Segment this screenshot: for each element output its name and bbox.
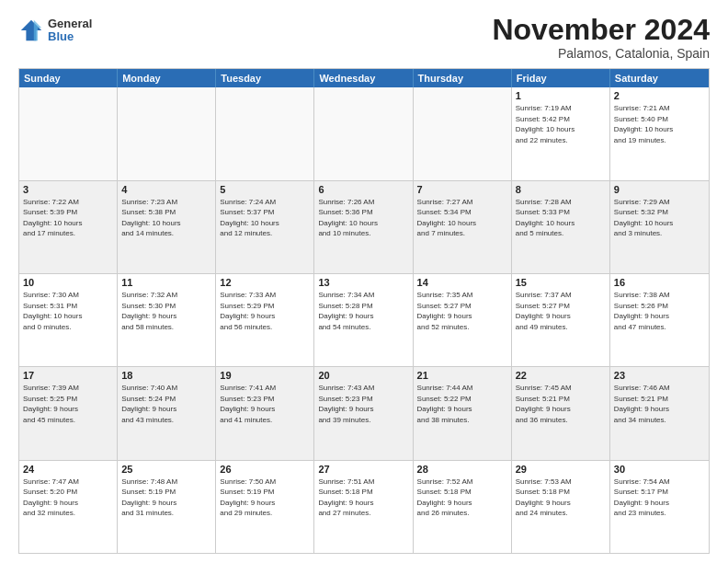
calendar-cell-15: 15Sunrise: 7:37 AM Sunset: 5:27 PM Dayli… <box>512 274 610 366</box>
header-cell-sunday: Sunday <box>19 69 118 87</box>
day-info: Sunrise: 7:47 AM Sunset: 5:20 PM Dayligh… <box>23 477 113 519</box>
day-info: Sunrise: 7:28 AM Sunset: 5:33 PM Dayligh… <box>516 197 606 239</box>
day-info: Sunrise: 7:29 AM Sunset: 5:32 PM Dayligh… <box>614 197 705 239</box>
calendar-cell-22: 22Sunrise: 7:45 AM Sunset: 5:21 PM Dayli… <box>512 367 610 459</box>
day-info: Sunrise: 7:37 AM Sunset: 5:27 PM Dayligh… <box>516 290 606 332</box>
day-info: Sunrise: 7:21 AM Sunset: 5:40 PM Dayligh… <box>614 103 705 145</box>
calendar-cell-23: 23Sunrise: 7:46 AM Sunset: 5:21 PM Dayli… <box>610 367 709 459</box>
title-month: November 2024 <box>492 14 710 46</box>
title-block: November 2024 Palamos, Catalonia, Spain <box>492 14 710 61</box>
day-info: Sunrise: 7:43 AM Sunset: 5:23 PM Dayligh… <box>318 383 408 425</box>
calendar-cell-14: 14Sunrise: 7:35 AM Sunset: 5:27 PM Dayli… <box>414 274 512 366</box>
day-info: Sunrise: 7:52 AM Sunset: 5:18 PM Dayligh… <box>417 477 507 519</box>
calendar-row-1: 3Sunrise: 7:22 AM Sunset: 5:39 PM Daylig… <box>19 180 709 273</box>
svg-marker-0 <box>21 20 41 40</box>
day-number: 18 <box>121 370 211 381</box>
calendar-row-3: 17Sunrise: 7:39 AM Sunset: 5:25 PM Dayli… <box>19 366 709 459</box>
calendar-cell-1: 1Sunrise: 7:19 AM Sunset: 5:42 PM Daylig… <box>512 87 610 179</box>
calendar-cell-6: 6Sunrise: 7:26 AM Sunset: 5:36 PM Daylig… <box>314 181 413 273</box>
calendar-cell-empty-2 <box>216 87 314 179</box>
header-cell-tuesday: Tuesday <box>216 69 314 87</box>
day-number: 12 <box>220 277 310 288</box>
day-info: Sunrise: 7:53 AM Sunset: 5:18 PM Dayligh… <box>516 477 606 519</box>
day-number: 9 <box>614 184 705 195</box>
header-cell-saturday: Saturday <box>610 69 709 87</box>
day-number: 5 <box>220 184 310 195</box>
logo-icon <box>18 17 44 43</box>
calendar-row-4: 24Sunrise: 7:47 AM Sunset: 5:20 PM Dayli… <box>19 460 709 553</box>
calendar-cell-29: 29Sunrise: 7:53 AM Sunset: 5:18 PM Dayli… <box>512 461 610 553</box>
calendar-cell-empty-1 <box>118 87 216 179</box>
day-number: 17 <box>23 370 113 381</box>
day-info: Sunrise: 7:38 AM Sunset: 5:26 PM Dayligh… <box>614 290 705 332</box>
day-info: Sunrise: 7:51 AM Sunset: 5:18 PM Dayligh… <box>318 477 408 519</box>
day-info: Sunrise: 7:26 AM Sunset: 5:36 PM Dayligh… <box>318 197 408 239</box>
calendar-cell-4: 4Sunrise: 7:23 AM Sunset: 5:38 PM Daylig… <box>118 181 216 273</box>
day-info: Sunrise: 7:23 AM Sunset: 5:38 PM Dayligh… <box>121 197 211 239</box>
day-number: 16 <box>614 277 705 288</box>
calendar-cell-21: 21Sunrise: 7:44 AM Sunset: 5:22 PM Dayli… <box>414 367 512 459</box>
calendar-cell-27: 27Sunrise: 7:51 AM Sunset: 5:18 PM Dayli… <box>314 461 413 553</box>
day-number: 27 <box>318 464 408 475</box>
title-location: Palamos, Catalonia, Spain <box>492 46 710 61</box>
calendar-cell-9: 9Sunrise: 7:29 AM Sunset: 5:32 PM Daylig… <box>610 181 709 273</box>
day-number: 19 <box>220 370 310 381</box>
day-number: 7 <box>417 184 507 195</box>
calendar-cell-20: 20Sunrise: 7:43 AM Sunset: 5:23 PM Dayli… <box>314 367 413 459</box>
day-number: 3 <box>23 184 113 195</box>
calendar-cell-11: 11Sunrise: 7:32 AM Sunset: 5:30 PM Dayli… <box>118 274 216 366</box>
calendar: SundayMondayTuesdayWednesdayThursdayFrid… <box>18 68 710 554</box>
day-info: Sunrise: 7:35 AM Sunset: 5:27 PM Dayligh… <box>417 290 507 332</box>
calendar-cell-empty-0 <box>19 87 118 179</box>
header-cell-wednesday: Wednesday <box>314 69 413 87</box>
day-number: 26 <box>220 464 310 475</box>
day-number: 2 <box>614 90 705 101</box>
day-number: 4 <box>121 184 211 195</box>
day-info: Sunrise: 7:34 AM Sunset: 5:28 PM Dayligh… <box>318 290 408 332</box>
day-number: 13 <box>318 277 408 288</box>
day-info: Sunrise: 7:30 AM Sunset: 5:31 PM Dayligh… <box>23 290 113 332</box>
day-number: 23 <box>614 370 705 381</box>
calendar-header: SundayMondayTuesdayWednesdayThursdayFrid… <box>19 69 709 87</box>
calendar-cell-10: 10Sunrise: 7:30 AM Sunset: 5:31 PM Dayli… <box>19 274 118 366</box>
day-number: 29 <box>516 464 606 475</box>
header-cell-friday: Friday <box>512 69 610 87</box>
calendar-cell-2: 2Sunrise: 7:21 AM Sunset: 5:40 PM Daylig… <box>610 87 709 179</box>
calendar-cell-30: 30Sunrise: 7:54 AM Sunset: 5:17 PM Dayli… <box>610 461 709 553</box>
logo-general-text: General <box>48 17 92 30</box>
day-number: 1 <box>516 90 606 101</box>
calendar-cell-25: 25Sunrise: 7:48 AM Sunset: 5:19 PM Dayli… <box>118 461 216 553</box>
day-number: 22 <box>516 370 606 381</box>
calendar-cell-19: 19Sunrise: 7:41 AM Sunset: 5:23 PM Dayli… <box>216 367 314 459</box>
calendar-cell-26: 26Sunrise: 7:50 AM Sunset: 5:19 PM Dayli… <box>216 461 314 553</box>
day-info: Sunrise: 7:50 AM Sunset: 5:19 PM Dayligh… <box>220 477 310 519</box>
day-number: 15 <box>516 277 606 288</box>
calendar-cell-empty-3 <box>314 87 413 179</box>
day-info: Sunrise: 7:54 AM Sunset: 5:17 PM Dayligh… <box>614 477 705 519</box>
calendar-cell-13: 13Sunrise: 7:34 AM Sunset: 5:28 PM Dayli… <box>314 274 413 366</box>
day-number: 10 <box>23 277 113 288</box>
logo: General Blue <box>18 17 92 44</box>
day-number: 25 <box>121 464 211 475</box>
day-info: Sunrise: 7:44 AM Sunset: 5:22 PM Dayligh… <box>417 383 507 425</box>
day-info: Sunrise: 7:19 AM Sunset: 5:42 PM Dayligh… <box>516 103 606 145</box>
page: General Blue November 2024 Palamos, Cata… <box>0 0 728 563</box>
day-info: Sunrise: 7:33 AM Sunset: 5:29 PM Dayligh… <box>220 290 310 332</box>
calendar-cell-28: 28Sunrise: 7:52 AM Sunset: 5:18 PM Dayli… <box>414 461 512 553</box>
calendar-cell-12: 12Sunrise: 7:33 AM Sunset: 5:29 PM Dayli… <box>216 274 314 366</box>
header-cell-monday: Monday <box>118 69 216 87</box>
day-number: 21 <box>417 370 507 381</box>
day-number: 28 <box>417 464 507 475</box>
logo-text: General Blue <box>48 17 92 44</box>
day-number: 14 <box>417 277 507 288</box>
calendar-row-0: 1Sunrise: 7:19 AM Sunset: 5:42 PM Daylig… <box>19 87 709 179</box>
day-number: 11 <box>121 277 211 288</box>
day-info: Sunrise: 7:45 AM Sunset: 5:21 PM Dayligh… <box>516 383 606 425</box>
day-info: Sunrise: 7:41 AM Sunset: 5:23 PM Dayligh… <box>220 383 310 425</box>
day-number: 20 <box>318 370 408 381</box>
day-info: Sunrise: 7:32 AM Sunset: 5:30 PM Dayligh… <box>121 290 211 332</box>
day-info: Sunrise: 7:24 AM Sunset: 5:37 PM Dayligh… <box>220 197 310 239</box>
day-number: 24 <box>23 464 113 475</box>
calendar-cell-24: 24Sunrise: 7:47 AM Sunset: 5:20 PM Dayli… <box>19 461 118 553</box>
calendar-cell-empty-4 <box>414 87 512 179</box>
